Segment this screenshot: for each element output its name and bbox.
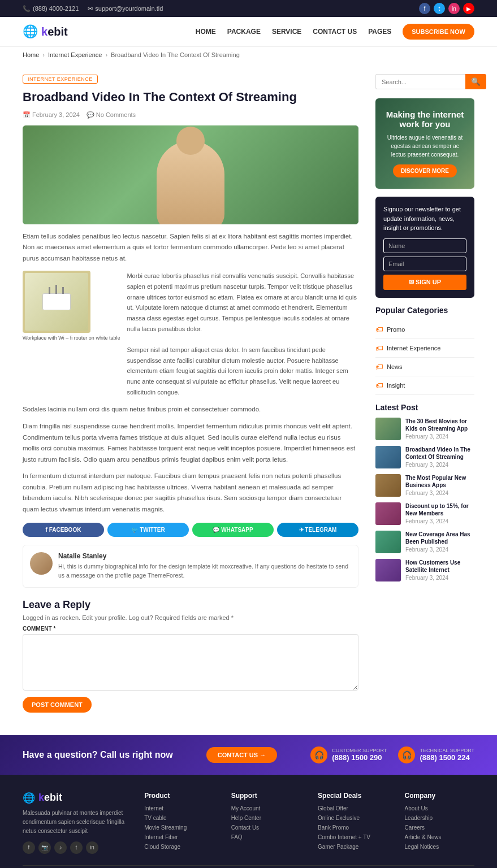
- footer-company-news[interactable]: Article & News: [405, 834, 474, 840]
- footer-deal-bank[interactable]: Bank Promo: [318, 824, 387, 831]
- footer-deal-global[interactable]: Global Offer: [318, 805, 387, 811]
- latest-post-3[interactable]: The Most Popular New Business Apps Febru…: [375, 474, 474, 497]
- category-internet[interactable]: 🏷 Internet Experience: [375, 339, 474, 358]
- comment-textarea[interactable]: [23, 634, 358, 691]
- footer-brand: 🌐 kebit Malesuada pulvinar at montes imp…: [23, 792, 127, 854]
- footer-support-account[interactable]: My Account: [231, 805, 301, 811]
- topbar: 📞 (888) 4000-2121 ✉ support@yourdomain.t…: [0, 0, 497, 17]
- footer-company-legal[interactable]: Legal Notices: [405, 844, 474, 850]
- support-label-2: TECHNICAL SUPPORT: [420, 748, 474, 753]
- article-paragraph1: Etiam tellus sodales penatibus leo lectu…: [23, 231, 358, 264]
- footer: 🌐 kebit Malesuada pulvinar at montes imp…: [0, 775, 497, 868]
- share-facebook-button[interactable]: f FACEBOOK: [23, 523, 104, 537]
- footer-deal-online[interactable]: Online Exclusive: [318, 815, 387, 821]
- category-insight[interactable]: 🏷 Insight: [375, 376, 474, 395]
- latest-post-5[interactable]: New Coverage Area Has Been Published Feb…: [375, 531, 474, 553]
- latest-post-2[interactable]: Broadband Video In The Context Of Stream…: [375, 446, 474, 468]
- latest-thumb-5: [375, 531, 401, 553]
- cta-contact-button[interactable]: CONTACT US →: [206, 747, 277, 763]
- nav-contact[interactable]: CONTACT US: [313, 28, 357, 36]
- footer-product-cloud[interactable]: Cloud Storage: [144, 844, 214, 850]
- latest-post-date-1: February 3, 2024: [405, 433, 474, 440]
- article-tag: INTERNET EXPERIENCE: [23, 75, 98, 84]
- navbar: 🌐 kebit HOME PACKAGE SERVICE CONTACT US …: [0, 17, 497, 47]
- footer-company-about[interactable]: About Us: [405, 805, 474, 811]
- latest-post-6[interactable]: How Customers Use Satellite Internet Feb…: [375, 559, 474, 581]
- footer-support-helpcenter[interactable]: Help Center: [231, 815, 301, 821]
- headphone-icon-1: 🎧: [310, 747, 327, 763]
- logo[interactable]: 🌐 kebit: [23, 24, 68, 39]
- promo-title: Making the internet work for you: [383, 110, 466, 129]
- nav-home[interactable]: HOME: [196, 28, 216, 36]
- latest-info-4: Discount up to 15%, for New Members Febr…: [405, 502, 474, 524]
- latest-post-title-2: Broadband Video In The Context Of Stream…: [405, 446, 474, 461]
- category-label: Insight: [387, 382, 405, 389]
- cat-dot-icon: 🏷: [375, 325, 383, 334]
- instagram-icon[interactable]: in: [448, 3, 460, 14]
- email-info: ✉ support@yourdomain.tld: [88, 5, 163, 12]
- search-button[interactable]: 🔍: [465, 74, 486, 89]
- footer-description: Malesuada pulvinar at montes imperdiet c…: [23, 809, 127, 836]
- footer-tiktok-icon[interactable]: ♪: [54, 841, 67, 854]
- latest-post-4[interactable]: Discount up to 15%, for New Members Febr…: [375, 502, 474, 525]
- cat-dot-icon: 🏷: [375, 362, 383, 371]
- search-input[interactable]: [375, 74, 465, 89]
- footer-support-title: Support: [231, 792, 301, 800]
- footer-socials: f 📷 ♪ t in: [23, 841, 127, 854]
- footer-company-col: Company About Us Leadership Careers Arti…: [405, 792, 474, 854]
- footer-deal-gamer[interactable]: Gamer Package: [318, 844, 387, 850]
- headphone-icon-2: 🎧: [398, 747, 415, 763]
- category-promo[interactable]: 🏷 Promo: [375, 320, 474, 339]
- footer-company-leadership[interactable]: Leadership: [405, 815, 474, 821]
- category-label: Internet Experience: [387, 345, 440, 351]
- author-bio: Hi, this is dummy biographical info for …: [58, 562, 351, 580]
- article-paragraph4: Sodales lacinia nullam orci dis quam net…: [23, 404, 358, 415]
- footer-twitter-icon[interactable]: t: [70, 841, 83, 854]
- footer-product-internet[interactable]: Internet: [144, 805, 214, 811]
- footer-deal-combo[interactable]: Combo Internet + TV: [318, 834, 387, 840]
- youtube-icon[interactable]: ▶: [463, 3, 474, 14]
- category-news[interactable]: 🏷 News: [375, 358, 474, 376]
- footer-instagram-icon[interactable]: 📷: [38, 841, 51, 854]
- latest-post-date-4: February 3, 2024: [405, 518, 474, 524]
- support-label-1: CUSTOMER SUPPORT: [332, 748, 387, 753]
- support-info-1: CUSTOMER SUPPORT (888) 1500 290: [332, 748, 387, 762]
- discover-more-button[interactable]: DISCOVER MORE: [393, 164, 457, 177]
- footer-support-contact[interactable]: Contact Us: [231, 824, 301, 831]
- facebook-icon[interactable]: f: [419, 3, 430, 14]
- footer-company-title: Company: [405, 792, 474, 800]
- category-label: News: [387, 363, 403, 370]
- nav-pages[interactable]: PAGES: [368, 28, 391, 36]
- footer-product-tvcable[interactable]: TV cable: [144, 815, 214, 821]
- breadcrumb: Home › Internet Experience › Broadband V…: [0, 47, 497, 63]
- latest-post-title-1: The 30 Best Movies for Kids on Streaming…: [405, 418, 474, 432]
- footer-product-list: Internet TV cable Movie Streaming Intern…: [144, 805, 214, 850]
- newsletter-description: Signup our newsletter to get update info…: [383, 205, 466, 233]
- nav-package[interactable]: PACKAGE: [227, 28, 261, 36]
- latest-post-1[interactable]: The 30 Best Movies for Kids on Streaming…: [375, 418, 474, 440]
- breadcrumb-home[interactable]: Home: [23, 51, 39, 58]
- footer-facebook-icon[interactable]: f: [23, 841, 35, 854]
- cta-text: Have a question? Call us right now: [23, 750, 173, 760]
- footer-company-careers[interactable]: Careers: [405, 824, 474, 831]
- signup-button[interactable]: ✉ SIGN UP: [383, 275, 466, 290]
- post-comment-button[interactable]: POST COMMENT: [23, 697, 92, 713]
- breadcrumb-parent[interactable]: Internet Experience: [48, 51, 102, 58]
- footer-product-fiber[interactable]: Internet Fiber: [144, 834, 214, 840]
- article-title: Broadband Video In The Context Of Stream…: [23, 89, 358, 106]
- footer-product-streaming[interactable]: Movie Streaming: [144, 824, 214, 831]
- subscribe-button[interactable]: SUBSCRIBE NOW: [403, 24, 474, 40]
- newsletter-email-input[interactable]: [383, 257, 466, 271]
- share-twitter-button[interactable]: 🐦 TWITTER: [107, 523, 189, 537]
- phone-info: 📞 (888) 4000-2121: [23, 5, 79, 12]
- article-date: 📅 February 3, 2024: [23, 111, 80, 119]
- footer-support-faq[interactable]: FAQ: [231, 834, 301, 840]
- share-whatsapp-button[interactable]: 💬 WHATSAPP: [192, 523, 274, 537]
- footer-linkedin-icon[interactable]: in: [86, 841, 98, 854]
- share-telegram-button[interactable]: ✈ TELEGRAM: [277, 523, 358, 537]
- nav-service[interactable]: SERVICE: [272, 28, 301, 36]
- article-meta: 📅 February 3, 2024 💬 No Comments: [23, 111, 358, 119]
- twitter-icon[interactable]: t: [434, 3, 445, 14]
- newsletter-name-input[interactable]: [383, 238, 466, 253]
- author-info: Natalie Stanley Hi, this is dummy biogra…: [58, 552, 351, 580]
